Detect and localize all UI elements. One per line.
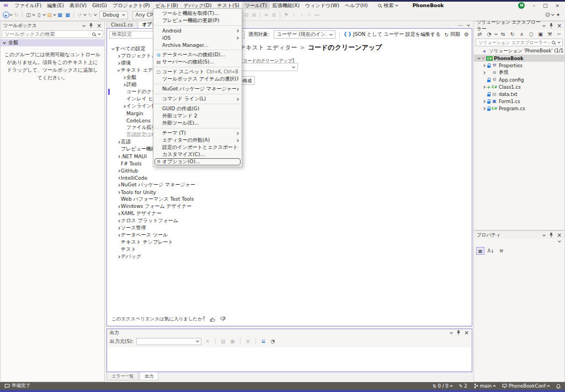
menu-item[interactable]: 外部コマンド 2 — [153, 112, 242, 120]
tree-expander-icon[interactable] — [476, 58, 481, 59]
breadcrumb-parent[interactable]: テキスト エディター — [239, 44, 297, 52]
menu-item[interactable]: Android — [153, 27, 242, 34]
thumbs-up-icon[interactable] — [210, 316, 215, 322]
property-pages-icon[interactable]: ⚒ — [497, 247, 505, 255]
categorized-icon[interactable]: ▦ — [476, 247, 484, 255]
tree-expander-icon[interactable] — [116, 191, 121, 194]
options-tree-item[interactable]: テキスト テンプレート — [108, 239, 247, 246]
options-tree-item[interactable]: XAML デザイナー — [108, 210, 247, 217]
dropdown-chevron-icon[interactable] — [494, 32, 498, 35]
tree-expander-icon[interactable] — [481, 108, 486, 110]
new-file-icon[interactable]: ▯ — [35, 11, 42, 19]
menubar-item[interactable]: ヘルプ(H) — [342, 2, 370, 10]
solution-tree-item[interactable]: Properties — [474, 62, 564, 69]
tree-expander-icon[interactable] — [116, 256, 121, 258]
output-content[interactable] — [108, 347, 471, 371]
search-box[interactable]: 検索 — [378, 2, 398, 9]
new-project-icon[interactable]: ◫ — [25, 11, 32, 19]
menubar-item[interactable]: 表示(V) — [67, 2, 89, 10]
tree-expander-icon[interactable] — [116, 220, 121, 222]
git-branch-button[interactable]: main — [474, 383, 495, 389]
menu-item[interactable]: 外部ツール(E)... — [153, 120, 242, 127]
collapse-definitions-icon[interactable]: ⊞ — [250, 11, 258, 19]
menu-item[interactable]: エディターの外観(A) — [153, 137, 242, 144]
debug-target-dropdown[interactable]: Debug — [99, 11, 128, 19]
menu-item[interactable]: 設定のインポートとエクスポート(I)... — [153, 144, 242, 151]
save-icon[interactable]: ▦ — [56, 11, 63, 19]
apply-to-dropdown[interactable]: ユーザー (現在のインスト — [274, 30, 335, 39]
menu-item[interactable]: ツールボックス アイテムの選択(X)... — [153, 76, 242, 83]
tree-expander-icon[interactable] — [481, 100, 486, 103]
tree-expander-icon[interactable] — [121, 84, 126, 86]
output-source-dropdown[interactable] — [136, 338, 201, 345]
copy-output-icon[interactable]: ▣ — [229, 337, 236, 345]
menu-item[interactable]: ⚙オプション(O)... — [154, 158, 241, 165]
solution-tree-item[interactable]: App.config — [474, 76, 564, 83]
dropdown-chevron-icon[interactable] — [83, 13, 87, 16]
tree-expander-icon[interactable] — [481, 72, 486, 74]
next-bookmark-icon[interactable]: › — [298, 11, 305, 19]
thumbs-down-icon[interactable] — [220, 316, 226, 322]
show-all-files-icon[interactable]: ▣ — [537, 30, 544, 38]
close-icon[interactable]: × — [555, 3, 559, 8]
menubar-item[interactable]: 編集(E) — [44, 2, 67, 10]
pin-icon[interactable] — [456, 330, 461, 335]
solution-tree-item[interactable]: 参照 — [474, 69, 564, 76]
solution-tree-item[interactable]: Form1.cs — [474, 98, 564, 105]
menu-item[interactable]: ▢コード スニペット マネージャー(T)...Ctrl+K, Ctrl+B — [153, 68, 242, 76]
more-icon[interactable]: ⌐ — [556, 30, 563, 38]
chevron-down-icon[interactable] — [467, 23, 470, 26]
menu-item[interactable]: GUID の作成(G) — [153, 105, 242, 112]
solution-tree-item[interactable]: Program.cs — [474, 105, 564, 112]
collapse-all-icon[interactable]: ∧ — [518, 30, 525, 38]
pin-icon[interactable] — [89, 23, 93, 28]
tree-expander-icon[interactable] — [481, 86, 486, 88]
cleanup-profile-dropdown[interactable] — [233, 63, 298, 71]
menubar-item[interactable]: Git(G) — [89, 2, 110, 9]
tree-expander-icon[interactable] — [116, 62, 121, 65]
bookmark-icon[interactable]: ⚑ — [282, 11, 290, 19]
menu-item[interactable]: ツールと機能を取得(T)... — [153, 10, 242, 17]
window-position-chevron-icon[interactable] — [542, 233, 546, 237]
git-sync-button[interactable]: ⇅ 0 / 0 — [433, 383, 452, 389]
menu-item[interactable]: プレビュー機能の更新(P) — [153, 17, 242, 24]
properties-wrench-icon[interactable]: ⚒ — [546, 30, 553, 38]
menubar-item[interactable]: ウィンドウ(W) — [302, 2, 342, 10]
switch-views-icon[interactable]: ⇆ — [499, 30, 507, 38]
bottom-tab[interactable]: 出力 — [140, 372, 158, 380]
start-debug-icon[interactable]: ▶ — [3, 12, 9, 18]
options-tree-item[interactable]: Windows フォーム デザイナー — [108, 203, 247, 210]
feedback-message-button[interactable]: 準備完了 — [4, 383, 30, 389]
refresh-icon[interactable]: ↻ — [509, 30, 516, 38]
solution-tree-item[interactable]: ✓PhoneBook — [474, 55, 564, 62]
menu-item[interactable]: iOS — [153, 34, 242, 41]
bottom-tab[interactable]: エラー一覧 — [106, 372, 138, 380]
dropdown-chevron-icon[interactable] — [9, 13, 13, 16]
clear-bookmarks-icon[interactable]: ⚐ — [306, 11, 313, 19]
options-tree-item[interactable]: クロス プラットフォーム — [108, 217, 247, 224]
tree-expander-icon[interactable] — [116, 55, 121, 57]
tree-expander-icon[interactable] — [116, 227, 121, 229]
document-tab[interactable]: Class1.cs — [106, 21, 137, 28]
comment-icon[interactable]: ≡ — [263, 11, 270, 19]
time-stamp-icon[interactable]: ◔ — [269, 337, 276, 345]
close-icon[interactable]: × — [97, 23, 102, 28]
menu-item[interactable]: コマンド ライン(L) — [153, 95, 242, 103]
save-all-icon[interactable]: ▩ — [64, 11, 71, 19]
window-position-chevron-icon[interactable] — [450, 331, 453, 334]
settings-gear-icon[interactable]: ⚙ — [464, 32, 469, 37]
options-tree-item[interactable]: Tools for Unity — [108, 189, 247, 196]
tree-expander-icon[interactable] — [110, 49, 115, 50]
tree-expander-icon[interactable] — [116, 155, 121, 158]
tree-expander-icon[interactable] — [116, 170, 121, 172]
menu-item[interactable]: テーマ (T) — [153, 130, 242, 137]
window-position-chevron-icon[interactable] — [82, 24, 86, 27]
pin-icon[interactable] — [549, 23, 553, 28]
dropdown-chevron-icon[interactable] — [32, 13, 35, 16]
word-wrap-icon[interactable]: ≣ — [244, 337, 252, 345]
options-tree-item[interactable]: データベース ツール — [108, 232, 247, 239]
pin-icon[interactable] — [549, 233, 553, 238]
solution-tree-item[interactable]: ソリューション 'PhoneBook' (1/1 のプロジェクト) — [474, 47, 564, 55]
redo-icon[interactable]: ↻ — [87, 11, 94, 19]
options-tree-item[interactable]: IntelliCode — [108, 174, 247, 181]
